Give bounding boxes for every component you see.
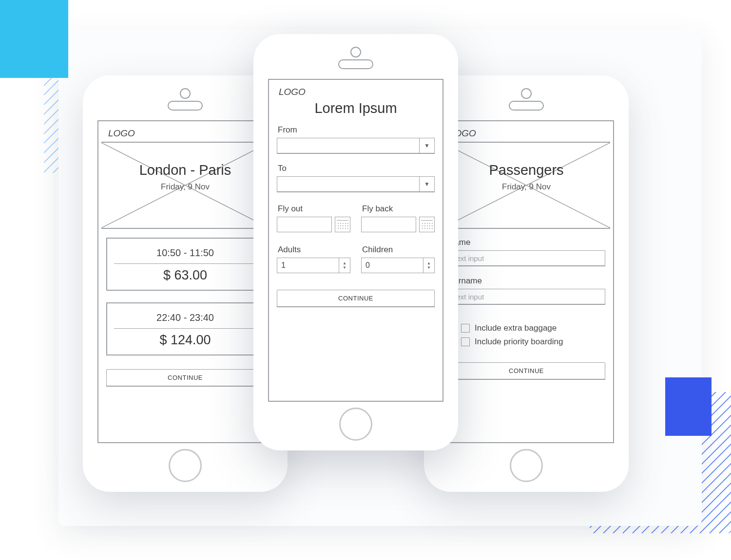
surname-input[interactable]: Text input [447,289,605,304]
priority-boarding-checkbox[interactable]: Include priority boarding [461,337,605,347]
caret-down-icon: ▼ [343,265,346,270]
phone-home-button[interactable] [169,449,202,482]
phone-speaker-icon [168,101,203,111]
flyout-label: Fly out [278,204,350,214]
logo-placeholder: LOGO [449,128,605,139]
caret-down-icon: ▼ [427,265,431,270]
extra-baggage-label: Include extra baggage [475,323,557,333]
logo-placeholder: LOGO [108,128,264,139]
caret-up-icon: ▲ [427,261,431,265]
surname-label: Surname [448,276,605,286]
screen-search: LOGO Lorem Ipsum From ▼ To ▼ Fly out [268,79,443,402]
phone-camera-icon [521,88,532,99]
flyout-date-input[interactable] [277,217,332,232]
flyback-date-input[interactable] [361,217,416,232]
flyback-label: Fly back [362,204,435,214]
children-stepper[interactable]: 0 ▲▼ [361,258,435,273]
caret-up-icon: ▲ [343,261,346,265]
flight-price: $ 63.00 [114,268,256,283]
passengers-title: Passengers [442,143,610,178]
phone-camera-icon [350,47,361,57]
route-title: London - Paris [101,143,269,178]
extra-baggage-checkbox[interactable]: Include extra baggage [461,323,605,333]
phone-search: LOGO Lorem Ipsum From ▼ To ▼ Fly out [253,34,458,450]
priority-boarding-label: Include priority boarding [475,337,563,347]
route-date: Friday, 9 Nov [101,178,269,192]
adults-value: 1 [281,261,286,270]
passengers-date: Friday, 9 Nov [442,178,610,192]
continue-button[interactable]: CONTINUE [277,290,435,307]
screen-title: Lorem Ipsum [277,100,435,116]
flight-time: 22:40 - 23:40 [114,309,256,328]
calendar-icon[interactable] [335,217,350,232]
phone-camera-icon [180,88,191,99]
hero-image-placeholder: London - Paris Friday, 9 Nov [101,142,269,229]
logo-placeholder: LOGO [279,87,435,97]
phone-home-button[interactable] [510,449,543,482]
children-label: Children [362,245,435,255]
decor-blue-square [665,377,712,436]
phone-speaker-icon [509,101,544,111]
continue-button[interactable]: CONTINUE [106,369,264,386]
checkbox-icon [461,324,470,333]
name-label: Name [448,238,605,247]
name-input[interactable]: Text input [447,250,605,266]
chevron-down-icon: ▼ [419,138,434,153]
adults-label: Adults [278,245,350,255]
checkbox-icon [461,337,470,346]
decor-cyan-square [0,0,68,78]
continue-button[interactable]: CONTINUE [447,362,605,379]
hero-image-placeholder: Passengers Friday, 9 Nov [442,142,610,229]
to-label: To [278,164,435,173]
to-select[interactable]: ▼ [277,176,435,192]
chevron-down-icon: ▼ [419,177,434,191]
flight-time: 10:50 - 11:50 [114,244,256,263]
adults-stepper[interactable]: 1 ▲▼ [277,258,350,273]
flight-card[interactable]: 10:50 - 11:50 $ 63.00 [106,238,264,291]
screen-passengers: LOGO Passengers Friday, 9 Nov Name Text … [439,120,614,443]
from-label: From [278,125,435,135]
phone-speaker-icon [338,59,373,69]
flight-price: $ 124.00 [114,333,256,348]
from-select[interactable]: ▼ [277,138,435,153]
calendar-icon[interactable] [419,217,435,232]
screen-flights: LOGO London - Paris Friday, 9 Nov 10:50 … [97,120,273,443]
children-value: 0 [366,261,370,270]
flight-card[interactable]: 22:40 - 23:40 $ 124.00 [106,302,264,355]
phone-home-button[interactable] [339,408,372,441]
